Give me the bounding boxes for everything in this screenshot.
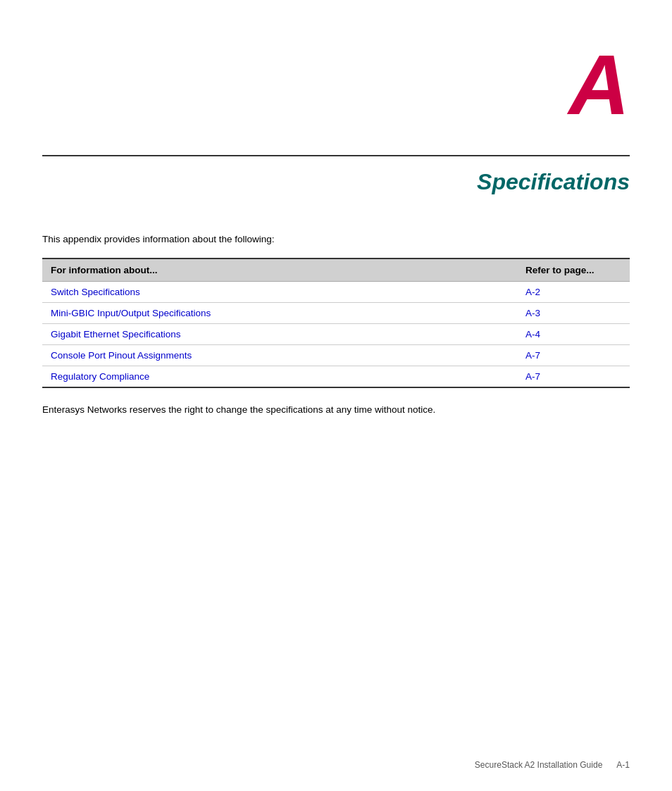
table-row: Gigabit Ethernet SpecificationsA-4 (42, 324, 630, 345)
col2-header: Refer to page... (517, 259, 630, 282)
page-footer: SecureStack A2 Installation Guide A-1 (42, 760, 630, 770)
table-cell-label: Mini-GBIC Input/Output Specifications (42, 303, 517, 324)
table-cell-page: A-3 (517, 303, 630, 324)
top-rule (42, 155, 630, 156)
chapter-title: Specifications (477, 169, 630, 195)
table-link-1[interactable]: Mini-GBIC Input/Output Specifications (51, 308, 211, 318)
table-row: Switch SpecificationsA-2 (42, 282, 630, 303)
table-cell-page: A-7 (517, 366, 630, 388)
table-header-row: For information about... Refer to page..… (42, 259, 630, 282)
col1-header: For information about... (42, 259, 517, 282)
table-cell-page: A-7 (517, 345, 630, 366)
guide-name: SecureStack A2 Installation Guide (475, 760, 602, 770)
table-cell-label: Console Port Pinout Assignments (42, 345, 517, 366)
table-link-0[interactable]: Switch Specifications (51, 287, 140, 297)
appendix-letter: A (568, 42, 630, 127)
main-content: This appendix provides information about… (42, 232, 630, 418)
table-row: Regulatory ComplianceA-7 (42, 366, 630, 388)
footer-right: SecureStack A2 Installation Guide A-1 (475, 760, 630, 770)
footer-note: Enterasys Networks reserves the right to… (42, 402, 630, 418)
table-link-3[interactable]: Console Port Pinout Assignments (51, 350, 192, 361)
intro-text: This appendix provides information about… (42, 232, 630, 247)
table-link-4[interactable]: Regulatory Compliance (51, 371, 149, 382)
table-page-link-4[interactable]: A-7 (525, 371, 540, 382)
table-link-2[interactable]: Gigabit Ethernet Specifications (51, 329, 181, 340)
page-container: A Specifications This appendix provides … (0, 0, 672, 791)
table-row: Console Port Pinout AssignmentsA-7 (42, 345, 630, 366)
table-page-link-2[interactable]: A-4 (525, 329, 540, 340)
info-table: For information about... Refer to page..… (42, 258, 630, 388)
table-cell-page: A-2 (517, 282, 630, 303)
table-cell-label: Switch Specifications (42, 282, 517, 303)
page-number: A-1 (616, 760, 630, 770)
table-page-link-1[interactable]: A-3 (525, 308, 540, 318)
table-row: Mini-GBIC Input/Output SpecificationsA-3 (42, 303, 630, 324)
table-cell-label: Regulatory Compliance (42, 366, 517, 388)
table-page-link-0[interactable]: A-2 (525, 287, 540, 297)
table-cell-page: A-4 (517, 324, 630, 345)
table-cell-label: Gigabit Ethernet Specifications (42, 324, 517, 345)
table-page-link-3[interactable]: A-7 (525, 350, 540, 361)
